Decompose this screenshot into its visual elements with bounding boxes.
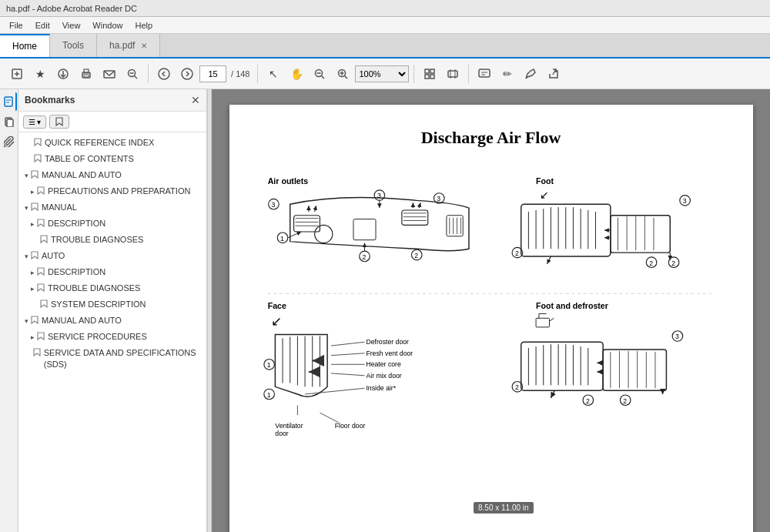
toolbar-sep-3: [413, 65, 414, 83]
page-number-input[interactable]: [199, 65, 226, 82]
svg-rect-23: [425, 75, 429, 79]
toolbar-star-btn[interactable]: ★: [29, 63, 51, 85]
toolbar-share-btn[interactable]: [543, 63, 564, 85]
menu-edit[interactable]: Edit: [29, 19, 56, 32]
bookmark-flag-icon: [34, 138, 42, 150]
bookmark-item[interactable]: TABLE OF CONTENTS: [18, 152, 206, 168]
bookmark-arrow-icon: ▾: [25, 203, 28, 213]
bookmark-item[interactable]: ▾AUTO: [18, 249, 206, 265]
tab-tools[interactable]: Tools: [50, 34, 97, 57]
left-icon-attach[interactable]: [2, 132, 17, 151]
toolbar-zoom-out-btn[interactable]: [122, 63, 143, 85]
svg-text:2: 2: [585, 397, 589, 405]
toolbar-print-btn[interactable]: [75, 63, 97, 85]
bookmark-label: PRECAUTIONS AND PREPARATION: [48, 186, 190, 197]
svg-text:2: 2: [414, 252, 418, 259]
menu-view[interactable]: View: [56, 19, 87, 32]
svg-text:Defroster door: Defroster door: [366, 338, 409, 346]
svg-text:Heater core: Heater core: [366, 360, 401, 368]
bookmark-item[interactable]: ▾MANUAL: [18, 200, 206, 216]
title-bar-text: ha.pdf - Adobe Acrobat Reader DC: [6, 4, 137, 13]
sidebar-header: Bookmarks ✕: [18, 89, 206, 112]
bookmark-item[interactable]: ▸PRECAUTIONS AND PREPARATION: [18, 184, 206, 200]
menu-window[interactable]: Window: [86, 19, 129, 32]
toolbar-create-btn[interactable]: [6, 63, 28, 85]
svg-line-109: [305, 388, 364, 394]
bookmark-label: TROUBLE DIAGNOSES: [51, 234, 143, 246]
bookmark-list: QUICK REFERENCE INDEXTABLE OF CONTENTS▾M…: [18, 132, 206, 532]
tab-home[interactable]: Home: [0, 34, 50, 57]
sidebar-toolbar: ☰ ▾: [18, 112, 206, 132]
bookmark-arrow-icon: ▸: [31, 219, 35, 229]
svg-text:Foot: Foot: [536, 176, 554, 186]
options-icon: ☰: [28, 118, 35, 126]
toolbar-draw-btn[interactable]: [520, 63, 541, 85]
left-icon-pages[interactable]: [2, 112, 17, 131]
toolbar-prev-page-btn[interactable]: [153, 63, 175, 85]
bookmark-item[interactable]: ▾MANUAL AND AUTO: [18, 313, 206, 330]
svg-rect-24: [430, 75, 434, 79]
svg-text:2: 2: [649, 259, 653, 267]
svg-text:Fresh vent door: Fresh vent door: [366, 350, 413, 357]
svg-text:↙: ↙: [539, 189, 548, 201]
page-title: Discharge Air Flow: [260, 128, 722, 148]
zoom-select[interactable]: 100% 75% 125% 150% Fit Page Fit Width: [355, 65, 409, 82]
bookmark-flag-icon: [37, 219, 45, 231]
sidebar-close-btn[interactable]: ✕: [191, 94, 200, 106]
pdf-area[interactable]: Discharge Air Flow Air outlets: [212, 89, 770, 532]
svg-text:3: 3: [682, 197, 686, 205]
left-icon-bookmarks[interactable]: [2, 92, 17, 111]
bookmark-item[interactable]: ▸DESCRIPTION: [18, 216, 206, 233]
toolbar-zoom-minus-btn[interactable]: [309, 63, 330, 85]
sidebar-bookmark-btn[interactable]: [49, 115, 69, 129]
menu-help[interactable]: Help: [129, 19, 159, 32]
bookmark-item[interactable]: SERVICE DATA AND SPECIFICATIONS (SDS): [18, 346, 206, 373]
svg-line-18: [345, 75, 348, 79]
title-bar: ha.pdf - Adobe Acrobat Reader DC: [0, 0, 770, 17]
bookmark-item[interactable]: ▸DESCRIPTION: [18, 265, 206, 281]
bookmark-item[interactable]: ▸TROUBLE DIAGNOSES: [18, 281, 206, 297]
menu-bar: File Edit View Window Help: [0, 17, 770, 34]
toolbar-fit-page-btn[interactable]: [419, 63, 440, 85]
svg-point-12: [159, 69, 169, 79]
bookmark-label: SERVICE PROCEDURES: [48, 331, 147, 343]
svg-text:2: 2: [362, 253, 366, 261]
bookmark-item[interactable]: SYSTEM DESCRIPTION: [18, 297, 206, 313]
svg-rect-22: [430, 69, 434, 73]
svg-text:Air outlets: Air outlets: [267, 176, 308, 186]
toolbar-email-btn[interactable]: [99, 63, 120, 85]
svg-rect-44: [401, 210, 427, 225]
svg-rect-36: [7, 119, 13, 127]
toolbar-save-btn[interactable]: [52, 63, 74, 85]
bookmark-item[interactable]: ▸SERVICE PROCEDURES: [18, 330, 206, 346]
bookmark-item[interactable]: QUICK REFERENCE INDEX: [18, 136, 206, 152]
svg-line-10: [135, 75, 138, 79]
bookmark-item[interactable]: ▾MANUAL AND AUTO: [18, 168, 206, 184]
toolbar-fit-width-btn[interactable]: [442, 63, 464, 85]
svg-rect-78: [610, 216, 669, 253]
toolbar-next-page-btn[interactable]: [176, 63, 198, 85]
toolbar-comment-btn[interactable]: [474, 63, 495, 85]
svg-text:1: 1: [266, 391, 270, 399]
bookmark-flag-icon: [37, 267, 45, 279]
bookmark-flag-icon: [40, 235, 48, 247]
main-area: Bookmarks ✕ ☰ ▾ QUICK REFERENCE INDEXTAB…: [0, 89, 770, 532]
menu-file[interactable]: File: [3, 19, 29, 32]
toolbar-hand-btn[interactable]: ✋: [286, 63, 307, 85]
left-icon-panel: [0, 89, 18, 532]
bookmark-flag-icon: [40, 299, 48, 312]
bookmark-item[interactable]: TROUBLE DIAGNOSES: [18, 233, 206, 249]
sidebar: Bookmarks ✕ ☰ ▾ QUICK REFERENCE INDEXTAB…: [18, 89, 207, 532]
toolbar-highlight-btn[interactable]: ✏: [497, 63, 518, 85]
sidebar-options-btn[interactable]: ☰ ▾: [23, 115, 46, 129]
svg-line-119: [320, 413, 338, 423]
toolbar-zoom-plus-btn[interactable]: [332, 63, 353, 85]
tab-tools-label: Tools: [62, 40, 84, 51]
options-arrow: ▾: [37, 118, 41, 126]
svg-text:Ventilator: Ventilator: [275, 422, 303, 430]
tab-hapdf[interactable]: ha.pdf ✕: [97, 34, 160, 57]
bookmark-label: SERVICE DATA AND SPECIFICATIONS (SDS): [44, 347, 203, 371]
tab-hapdf-close[interactable]: ✕: [141, 42, 147, 50]
svg-point-42: [314, 225, 332, 243]
toolbar-cursor-btn[interactable]: ↖: [263, 63, 284, 85]
